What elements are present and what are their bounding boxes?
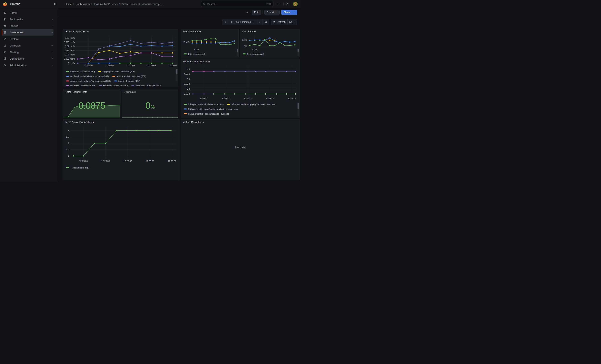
legend-item[interactable]: 95th percentile - notifications/initiali… [184,108,238,110]
cpu-usage-chart[interactable]: 0.2%0%12:25 [240,34,299,51]
svg-text:2: 2 [68,142,69,144]
svg-text:0.01 req/s: 0.01 req/s [65,53,75,56]
divider [283,2,284,6]
sidebar-item-label: Drilldown [10,44,21,47]
legend-item[interactable]: 95th percentile - initialize - success [184,103,224,106]
svg-text:12:29:00: 12:29:00 [168,160,176,162]
sidebar-item-bookmarks[interactable]: Bookmarks [2,16,53,22]
svg-text:16 MiB: 16 MiB [183,41,190,43]
sidebar-toggle-icon[interactable] [54,2,57,6]
sidebar-item-connections[interactable]: Connections [2,55,53,62]
svg-text:12:29:00: 12:29:00 [168,64,177,67]
grafana-logo-icon[interactable] [2,1,8,7]
legend-scrollbar[interactable] [298,103,299,117]
svg-text:12:25: 12:25 [252,48,258,51]
export-button[interactable]: Export [264,10,280,15]
http-request-rate-legend: initialize - success (200)logging/setLev… [63,68,178,87]
http-request-rate-chart[interactable]: 0 req/s0.005 req/s0.01 req/s0.015 req/s0… [64,34,178,68]
breadcrumb-dashboards[interactable]: Dashboards [76,3,90,6]
sidebar-item-label: Connections [10,57,24,60]
share-menu-button[interactable] [292,10,297,15]
panel-title[interactable]: CPU Usage [240,29,299,34]
sidebar-item-alerting[interactable]: Alerting [2,49,53,55]
breadcrumb-current: ToolHive MCP Server & Proxy Runner Dashb… [94,3,163,6]
star-icon[interactable] [245,11,249,14]
edit-button[interactable]: Edit [252,10,261,15]
refresh-interval-picker[interactable]: 5s [287,19,297,25]
chevron-down-icon [51,25,53,27]
sidebar-item-dashboards[interactable]: Dashboards [2,29,53,36]
sidebar-item-label: Dashboards [10,31,24,34]
legend-item[interactable]: tools/list - success (200) [99,84,128,87]
link-icon [4,57,7,60]
svg-text:12:28:00: 12:28:00 [147,64,156,67]
chevron-down-icon [293,21,295,23]
legend-item[interactable]: 95th percentile - logging/setLevel - suc… [227,103,275,106]
sidebar: HomeBookmarksStarredDashboardsExploreDri… [0,8,58,182]
dashboard-main: Edit Export Share Last 5 minutes Refres [58,8,300,182]
legend-item[interactable]: resources/templates/list - success (200) [66,79,111,82]
panel-active-goroutines: Active Goroutines No data [181,119,300,180]
add-button[interactable] [275,2,281,6]
divider [291,2,291,6]
svg-text:12:25:00: 12:25:00 [79,160,88,162]
panel-title[interactable]: Active Goroutines [181,119,299,124]
legend-item[interactable]: fetch-telemetry-0 [184,52,205,55]
svg-text:0.2%: 0.2% [242,39,247,41]
share-button[interactable]: Share [281,10,292,15]
legend-item[interactable]: fetch-telemetry-0 [243,52,264,55]
panel-title[interactable]: Memory Usage [181,29,239,34]
sidebar-item-label: Home [10,11,17,14]
memory-usage-chart[interactable]: 16 MiB12:25 [182,34,238,51]
svg-text:0%: 0% [244,45,247,48]
legend-item[interactable]: notifications/initialized - success (202… [66,75,109,78]
sidebar-item-explore[interactable]: Explore [2,36,53,42]
svg-text:4 s: 4 s [187,78,190,80]
divider [262,10,263,14]
legend-item[interactable]: unknown - success (200) [131,84,161,87]
chevron-right-icon [72,3,75,5]
chart-svg: 11.522.5312:25:0012:26:0012:27:0012:28:0… [64,124,179,164]
chevron-down-icon [252,21,254,23]
legend-item[interactable]: tools/call - error (404) [114,79,140,82]
time-range-picker[interactable]: Last 5 minutes [229,19,256,25]
svg-text:12:25:00: 12:25:00 [200,97,208,100]
time-back-button[interactable] [222,19,229,25]
chart-svg: 16 MiB12:25 [182,34,238,51]
zoom-out-button[interactable] [262,19,269,25]
breadcrumb-home[interactable]: Home [65,3,72,6]
divider [58,17,300,17]
grid-icon [4,31,7,34]
legend-scrollbar[interactable] [176,69,178,81]
search-input[interactable]: Search... ⌘+k [201,1,273,7]
sidebar-item-label: Alerting [10,51,19,54]
legend-item[interactable]: resources/list - success (200) [112,75,146,78]
legend-item[interactable]: tools/call - success (200) [66,84,96,87]
panel-cpu-usage: CPU Usage 0.2%0%12:25 fetch-telemetry-0 [240,29,300,58]
help-button[interactable] [286,2,289,6]
time-forward-button[interactable] [256,19,263,25]
sidebar-item-home[interactable]: Home [2,10,53,16]
panel-title[interactable]: MCP Active Connections [63,119,179,124]
panel-title[interactable]: Total Request Rate [63,89,120,94]
mcp-request-duration-chart[interactable]: 5 s4.50 s4 s3.50 s3 s2.50 s12:25:0012:26… [182,64,299,101]
legend-item[interactable]: logging/setLevel - success (200) [98,70,135,73]
sidebar-item-administration[interactable]: Administration [2,62,53,68]
legend-item[interactable]: 95th percentile - resources/templates/li… [184,117,240,118]
legend-item[interactable]: initialize - success (200) [66,70,95,73]
panel-title[interactable]: HTTP Request Rate [63,29,178,34]
star-icon [4,24,7,27]
legend-item[interactable]: 95th percentile - resources/list - succe… [184,112,229,115]
sidebar-item-starred[interactable]: Starred [2,23,53,29]
legend-scrollbar[interactable] [237,49,238,56]
mcp-active-connections-chart[interactable]: 11.522.5312:25:0012:26:0012:27:0012:28:0… [64,124,179,164]
panel-title[interactable]: Error Rate [122,89,178,94]
svg-text:2.50 s: 2.50 s [184,93,190,95]
sidebar-item-drilldown[interactable]: Drilldown [2,42,53,49]
panel-title[interactable]: MCP Request Duration [181,59,299,64]
legend-scrollbar[interactable] [298,49,299,56]
legend-item[interactable]: - (streamable-http) [66,166,89,169]
user-avatar[interactable] [293,2,298,6]
sidebar-item-label: Bookmarks [10,18,23,21]
refresh-button[interactable]: Refresh [271,19,288,25]
